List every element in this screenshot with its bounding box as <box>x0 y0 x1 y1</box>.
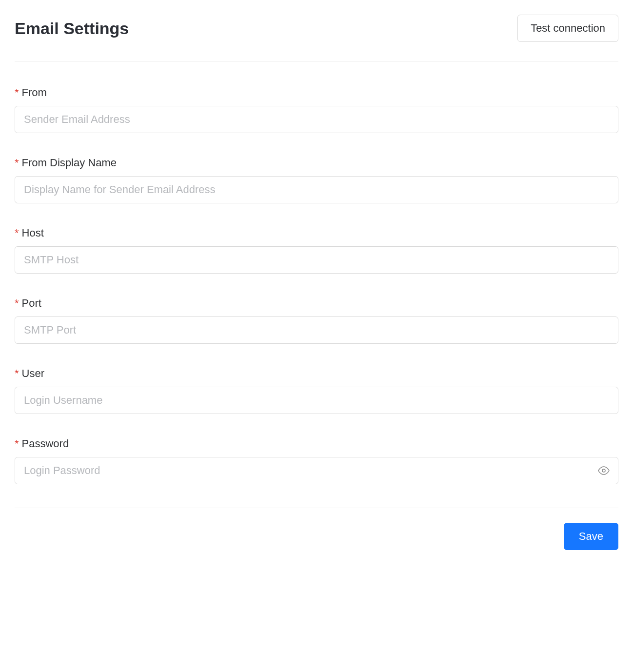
port-input[interactable] <box>15 316 618 344</box>
required-mark: * <box>15 227 19 239</box>
eye-icon[interactable] <box>598 465 610 476</box>
host-input[interactable] <box>15 246 618 274</box>
footer: Save <box>15 523 618 550</box>
required-mark: * <box>15 86 19 99</box>
input-wrapper <box>15 316 618 344</box>
required-mark: * <box>15 157 19 169</box>
input-wrapper <box>15 457 618 484</box>
form-group-host: *Host <box>15 227 618 274</box>
label-text: From <box>22 86 47 99</box>
input-wrapper <box>15 106 618 133</box>
label-text: User <box>22 367 44 379</box>
form-group-from-display-name: *From Display Name <box>15 157 618 203</box>
input-wrapper <box>15 387 618 414</box>
header-divider <box>15 61 618 62</box>
label-text: Host <box>22 227 44 239</box>
user-input[interactable] <box>15 387 618 414</box>
label-text: Password <box>22 437 69 450</box>
form-group-from: *From <box>15 86 618 133</box>
save-button[interactable]: Save <box>564 523 618 550</box>
form-group-password: *Password <box>15 437 618 484</box>
form-group-port: *Port <box>15 297 618 344</box>
page-header: Email Settings Test connection <box>15 15 618 42</box>
page-title: Email Settings <box>15 19 129 38</box>
host-label: *Host <box>15 227 618 239</box>
required-mark: * <box>15 367 19 379</box>
label-text: From Display Name <box>22 157 117 169</box>
test-connection-button[interactable]: Test connection <box>517 15 618 42</box>
password-label: *Password <box>15 437 618 450</box>
from-input[interactable] <box>15 106 618 133</box>
footer-divider <box>15 508 618 508</box>
required-mark: * <box>15 297 19 309</box>
port-label: *Port <box>15 297 618 310</box>
user-label: *User <box>15 367 618 380</box>
label-text: Port <box>22 297 41 309</box>
from-display-name-label: *From Display Name <box>15 157 618 169</box>
password-input[interactable] <box>15 457 618 484</box>
required-mark: * <box>15 437 19 450</box>
from-display-name-input[interactable] <box>15 176 618 203</box>
svg-point-0 <box>602 469 605 472</box>
input-wrapper <box>15 246 618 274</box>
from-label: *From <box>15 86 618 99</box>
input-wrapper <box>15 176 618 203</box>
form-group-user: *User <box>15 367 618 414</box>
